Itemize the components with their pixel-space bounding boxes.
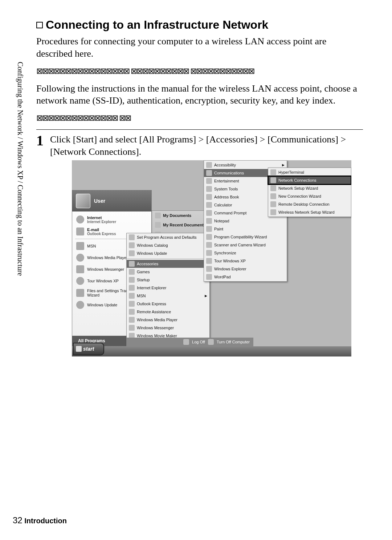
turnoff-button[interactable]: Turn Off Computer [217, 340, 250, 344]
prog-item[interactable]: Startup▶ [127, 276, 209, 284]
prog-label: Startup [137, 278, 150, 282]
tour-icon [206, 258, 212, 264]
intro-paragraph: Procedures for connecting your computer … [36, 35, 363, 60]
pinned-internet[interactable]: InternetInternet Explorer [75, 214, 148, 226]
wizard-icon [270, 193, 276, 199]
page-footer: 32 Introduction [13, 515, 67, 525]
cmd-icon [206, 210, 212, 216]
step-number: 1 [36, 133, 44, 356]
comm-item[interactable]: Wireless Network Setup Wizard [268, 208, 351, 216]
comm-label: New Connection Wizard [278, 194, 321, 198]
avatar [76, 194, 90, 208]
page-heading: Connecting to an Infrastructure Network [36, 18, 363, 32]
acc-item[interactable]: Paint [204, 225, 287, 233]
pin-label: Windows Media Player [87, 255, 128, 260]
app-icon [129, 242, 135, 248]
scanner-icon [206, 242, 212, 248]
remote-icon [270, 201, 276, 207]
logoff-button[interactable]: Log Off [192, 340, 205, 344]
messenger-icon [76, 265, 84, 273]
wizard-icon [76, 289, 84, 297]
acc-label: Synchronize [214, 251, 236, 255]
prog-label: Games [137, 270, 150, 274]
acc-item[interactable]: Synchronize [204, 249, 287, 257]
acc-item[interactable]: Tour Windows XP [204, 257, 287, 265]
pin-label: Windows Messenger [87, 267, 124, 271]
folder-icon [155, 222, 161, 228]
prog-item-accessories[interactable]: Accessories▶ [127, 260, 209, 268]
logoff-bar: Log Off Turn Off Computer [126, 338, 253, 346]
start-button[interactable]: start [73, 343, 104, 355]
all-programs-menu: Set Program Access and Defaults Windows … [126, 233, 210, 351]
pin-label: Internet [87, 215, 102, 220]
globe-icon [76, 215, 84, 223]
comm-item-network-connections[interactable]: Network Connections [268, 176, 351, 184]
instruction-paragraph: Following the instructions in the manual… [36, 82, 363, 107]
comm-item[interactable]: New Connection Wizard [268, 192, 351, 200]
doc-label: My Documents [163, 213, 191, 218]
page-number: 32 [13, 515, 23, 525]
pin-label: Windows Update [87, 303, 117, 307]
notepad-icon [206, 218, 212, 224]
comm-item[interactable]: HyperTerminal [268, 168, 351, 176]
wireless-icon [270, 209, 276, 215]
folder-icon [206, 162, 212, 168]
acc-label: System Tools [214, 187, 238, 191]
prog-item[interactable]: MSN▶ [127, 292, 209, 300]
folder-icon [206, 186, 212, 192]
taskbar [72, 346, 351, 356]
pin-label: MSN [87, 244, 96, 248]
pin-sub: Internet Explorer [87, 220, 116, 224]
prog-item[interactable]: Games▶ [127, 268, 209, 276]
wmp-icon [76, 254, 84, 262]
comm-item[interactable]: Remote Desktop Connection [268, 200, 351, 208]
acc-item[interactable]: Windows Explorer [204, 265, 287, 273]
comm-label: Network Connections [278, 178, 317, 182]
key-icon [183, 339, 189, 345]
acc-label: Accessibility [214, 163, 236, 167]
step-text: Click [Start] and select [All Programs] … [50, 133, 363, 158]
prog-item[interactable]: Windows Messenger [127, 324, 209, 332]
section-name: Introduction [24, 517, 67, 525]
book-icon [206, 194, 212, 200]
acc-label: Command Prompt [214, 211, 246, 215]
user-name: User [94, 198, 105, 204]
prog-item[interactable]: Set Program Access and Defaults [127, 233, 209, 241]
chevron-right-icon: ▶ [282, 163, 285, 167]
remote-icon [129, 309, 135, 315]
folder-icon [206, 178, 212, 184]
acc-label: Paint [214, 227, 223, 231]
prog-label: Accessories [137, 262, 158, 266]
sync-icon [206, 250, 212, 256]
doc-label: My Recent Documents [163, 223, 206, 227]
network-icon [270, 177, 276, 183]
tour-icon [76, 277, 84, 285]
messenger-icon [129, 325, 135, 331]
breadcrumb-vertical: Configuring the Network / Windows XP / C… [16, 62, 24, 276]
acc-item[interactable]: Scanner and Camera Wizard [204, 241, 287, 249]
comm-label: Remote Desktop Connection [278, 202, 330, 206]
prog-label: Internet Explorer [137, 286, 166, 290]
folder-icon [129, 261, 135, 267]
separator [127, 258, 209, 259]
mail-icon [76, 227, 84, 235]
prog-item[interactable]: Windows Catalog [127, 241, 209, 249]
prog-item[interactable]: Outlook Express [127, 300, 209, 308]
comm-item[interactable]: Network Setup Wizard [268, 184, 351, 192]
prog-item[interactable]: Remote Assistance [127, 308, 209, 316]
prog-item[interactable]: Internet Explorer [127, 284, 209, 292]
folder-icon [155, 213, 161, 218]
app-icon [129, 250, 135, 256]
prog-label: Outlook Express [137, 302, 166, 306]
comm-label: HyperTerminal [278, 170, 304, 174]
acc-label: Calculator [214, 203, 232, 207]
prog-item[interactable]: Windows Media Player [127, 316, 209, 324]
acc-item[interactable]: Program Compatibility Wizard [204, 233, 287, 241]
acc-label: WordPad [214, 275, 231, 279]
acc-item[interactable]: Notepad [204, 217, 287, 225]
prog-item[interactable]: Windows Update [127, 249, 209, 257]
explorer-icon [206, 266, 212, 272]
acc-item[interactable]: WordPad [204, 273, 287, 281]
pin-label: E-mail [87, 227, 99, 232]
start-menu-screenshot: User InternetInternet Explorer E-mailOut… [72, 160, 351, 356]
